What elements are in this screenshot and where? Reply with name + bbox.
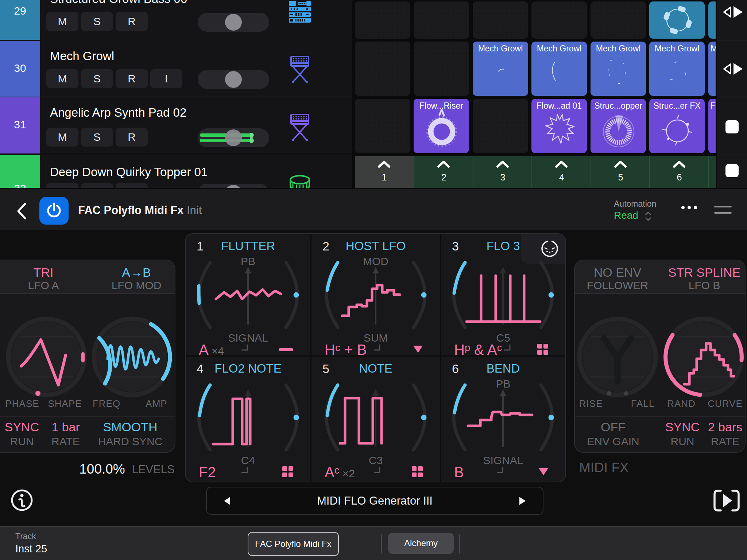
menu-icon[interactable] bbox=[714, 206, 732, 214]
drum-icon[interactable] bbox=[288, 174, 311, 188]
scene-launch-4[interactable]: 4 bbox=[531, 156, 591, 188]
clip-slot[interactable] bbox=[414, 1, 469, 39]
solo-button[interactable]: S bbox=[81, 128, 113, 147]
track-title[interactable]: Deep Down Quirky Topper 01 bbox=[50, 165, 208, 179]
preset-state[interactable]: Init bbox=[187, 204, 202, 217]
track-title[interactable]: Mech Growl bbox=[50, 49, 114, 63]
fader-knob[interactable] bbox=[225, 129, 242, 146]
mute-button[interactable]: M bbox=[46, 183, 78, 188]
triangle-down-icon[interactable] bbox=[538, 468, 549, 476]
power-button[interactable] bbox=[39, 197, 69, 225]
record-button[interactable]: R bbox=[116, 183, 148, 188]
track-fader[interactable] bbox=[198, 70, 269, 89]
record-button[interactable]: R bbox=[116, 128, 148, 147]
instrument-slot-button[interactable]: Alchemy bbox=[388, 533, 454, 554]
clip-struc-topper[interactable]: Struc...opper bbox=[591, 99, 646, 153]
grid-icon[interactable] bbox=[537, 343, 549, 355]
clip-slot[interactable] bbox=[355, 99, 410, 153]
flo-panel-1[interactable]: 1 FLUTTER PB SIGNAL A×4 bbox=[186, 234, 310, 355]
prev-preset-icon[interactable] bbox=[223, 496, 231, 506]
lfo-mod-value[interactable]: A→B bbox=[96, 265, 177, 280]
panel-title[interactable]: BEND bbox=[441, 362, 565, 376]
clip-mech-growl[interactable]: Mech Growl bbox=[649, 42, 705, 96]
keyboard-stand-icon[interactable] bbox=[288, 113, 311, 142]
stop-clip-icon[interactable] bbox=[725, 164, 739, 177]
scene-launch-2[interactable]: 2 bbox=[414, 156, 473, 188]
solo-button[interactable]: S bbox=[81, 69, 113, 88]
clip-slot[interactable] bbox=[531, 1, 587, 39]
scene-launch-6[interactable]: 6 bbox=[649, 156, 709, 188]
clip-slot[interactable] bbox=[414, 42, 469, 96]
more-options-icon[interactable] bbox=[681, 206, 697, 209]
dash-icon[interactable] bbox=[278, 348, 294, 351]
flo-panel-6[interactable]: 6 BEND PB SIGNAL B bbox=[441, 357, 565, 482]
solo-button[interactable]: S bbox=[81, 183, 113, 188]
midi-fx-slot-button[interactable]: FAC Polyflo Midi Fx bbox=[248, 532, 339, 556]
stop-clip-icon[interactable] bbox=[725, 120, 739, 133]
flo-panel-4[interactable]: 4 FLO2 NOTE C4 F2 bbox=[186, 357, 310, 482]
panel-title[interactable]: HOST LFO bbox=[311, 239, 440, 253]
clip-slot[interactable] bbox=[355, 42, 410, 96]
fader-knob[interactable] bbox=[225, 185, 242, 188]
keyboard-stand-icon[interactable] bbox=[288, 55, 311, 84]
track-fader[interactable] bbox=[198, 184, 269, 188]
panel-title[interactable]: FLO2 NOTE bbox=[186, 362, 310, 376]
record-button[interactable]: R bbox=[116, 69, 148, 88]
lfo-a-shape-value[interactable]: TRI bbox=[3, 265, 84, 280]
scene-launch-1[interactable]: 1 bbox=[355, 156, 414, 188]
lfo-b-rate-value[interactable]: 2 bars bbox=[685, 420, 747, 434]
env-follower-value[interactable]: NO ENV bbox=[577, 265, 658, 280]
automation-mode[interactable]: Read bbox=[614, 210, 638, 221]
grid-icon[interactable] bbox=[282, 466, 294, 478]
clip-mech-growl[interactable]: Mech Growl bbox=[591, 42, 646, 96]
freq-amp-knob[interactable] bbox=[90, 315, 174, 399]
rand-curve-knob[interactable] bbox=[662, 315, 746, 399]
clip-sliver[interactable]: Fr bbox=[708, 99, 716, 153]
mute-button[interactable]: M bbox=[46, 69, 78, 88]
phase-shape-knob[interactable] bbox=[4, 315, 88, 399]
clip-flow-pad[interactable]: Flow...ad 01 bbox=[531, 99, 587, 153]
track-title[interactable]: Structured Growl Bass 06 bbox=[50, 0, 187, 6]
fader-knob[interactable] bbox=[225, 14, 242, 31]
hard-sync-value[interactable]: SMOOTH bbox=[90, 420, 170, 434]
panel-source-value[interactable]: Aᶜ×2 bbox=[325, 464, 355, 481]
panel-title[interactable]: NOTE bbox=[311, 362, 440, 376]
panel-source-value[interactable]: A×4 bbox=[199, 342, 224, 355]
input-button[interactable]: I bbox=[150, 69, 182, 88]
clip-slot[interactable] bbox=[473, 99, 528, 153]
panel-source-value[interactable]: Hᵖ & Aᶜ bbox=[454, 342, 505, 355]
scene-launch-3[interactable]: 3 bbox=[473, 156, 532, 188]
clip-slot[interactable] bbox=[591, 1, 646, 39]
mute-button[interactable]: M bbox=[46, 128, 78, 147]
record-button[interactable]: R bbox=[116, 12, 148, 31]
drum-machine-icon[interactable] bbox=[288, 0, 311, 24]
env-gain-value[interactable]: OFF bbox=[573, 420, 653, 434]
flo-panel-2[interactable]: 2 HOST LFO MOD SUM Hᶜ + B bbox=[311, 234, 440, 355]
play-bracket-icon[interactable] bbox=[712, 489, 741, 513]
clip-mech-growl[interactable]: Mech Growl bbox=[473, 42, 528, 96]
next-preset-icon[interactable] bbox=[519, 496, 527, 506]
prev-next-clip-icon[interactable] bbox=[720, 4, 744, 20]
prev-next-clip-icon[interactable] bbox=[720, 61, 744, 77]
clip-struc-fx[interactable]: Struc...er FX bbox=[649, 99, 705, 153]
clip-mech-growl[interactable]: Mech Growl bbox=[531, 42, 587, 96]
panel-title[interactable]: FLUTTER bbox=[186, 239, 310, 253]
clip-structured-growl[interactable] bbox=[649, 1, 705, 39]
fader-knob[interactable] bbox=[225, 71, 242, 88]
solo-button[interactable]: S bbox=[81, 12, 113, 31]
flo-panel-5[interactable]: 5 NOTE C3 Aᶜ×2 bbox=[311, 357, 440, 482]
panel-source-value[interactable]: F2 bbox=[199, 464, 219, 481]
triangle-down-icon[interactable] bbox=[413, 345, 423, 353]
track-fader[interactable] bbox=[198, 128, 269, 147]
clip-sliver[interactable]: M bbox=[708, 42, 716, 96]
track-fader[interactable] bbox=[198, 13, 269, 32]
clip-sliver[interactable] bbox=[708, 1, 716, 39]
rise-fall-knob[interactable] bbox=[576, 315, 659, 399]
scene-launch-5[interactable]: 5 bbox=[591, 156, 650, 188]
midi-din-icon[interactable] bbox=[540, 239, 560, 258]
clip-flow-riser[interactable]: Flow...Riser bbox=[414, 99, 469, 153]
preset-name[interactable]: MIDI FLO Generator III bbox=[207, 494, 543, 508]
clip-slot[interactable] bbox=[473, 1, 528, 39]
back-icon[interactable] bbox=[15, 202, 28, 220]
track-title[interactable]: Angelic Arp Synth Pad 02 bbox=[50, 106, 186, 120]
